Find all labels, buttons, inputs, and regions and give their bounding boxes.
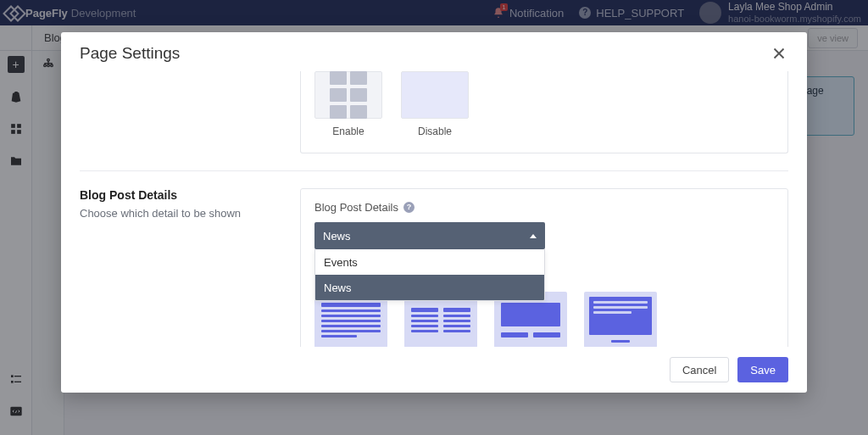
section-description: Choose which detail to be shown (80, 207, 280, 220)
field-label: Blog Post Details (314, 201, 398, 214)
info-icon[interactable]: ? (403, 202, 415, 213)
disable-option[interactable]: Disable (401, 71, 469, 137)
select-value: News (323, 230, 351, 243)
cancel-button[interactable]: Cancel (670, 357, 729, 382)
page-settings-modal: Page Settings Enable Disable (61, 32, 807, 393)
chevron-up-icon (530, 234, 537, 238)
save-button[interactable]: Save (737, 357, 788, 382)
enable-option[interactable]: Enable (314, 71, 382, 137)
close-icon[interactable] (770, 44, 788, 63)
disable-label: Disable (418, 125, 452, 137)
enable-label: Enable (332, 125, 364, 137)
blog-dropdown: Events News (314, 249, 545, 301)
modal-title: Page Settings (80, 44, 180, 63)
dropdown-option-events[interactable]: Events (315, 249, 544, 275)
dropdown-option-news[interactable]: News (315, 275, 544, 300)
blog-select[interactable]: News Events News (314, 222, 545, 249)
section-title: Blog Post Details (80, 188, 280, 202)
card-comment-form[interactable]: Comment Form (584, 292, 657, 347)
